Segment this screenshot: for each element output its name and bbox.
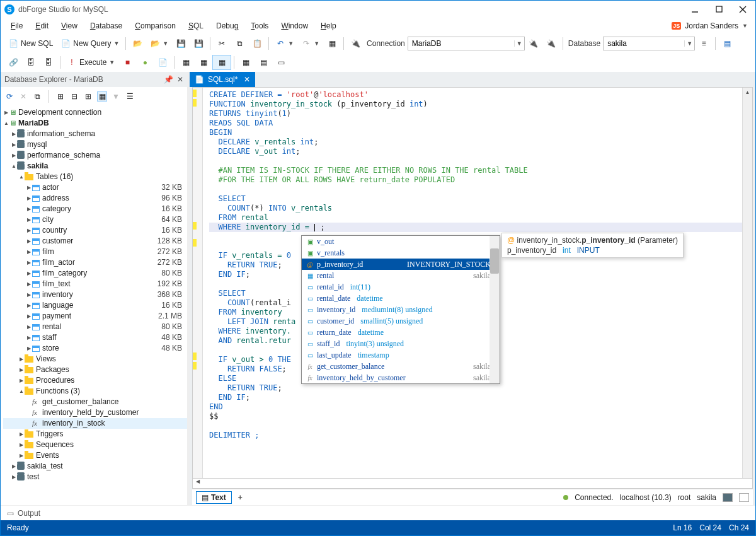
add-tab-button[interactable]: + [232,492,249,503]
tree-tool-1[interactable]: ⊞ [55,91,66,102]
menu-database[interactable]: Database [84,20,129,32]
tree-row[interactable]: ▶information_schema [3,129,187,139]
menu-edit[interactable]: Edit [29,20,55,32]
close-button[interactable] [734,3,752,16]
menu-tools[interactable]: Tools [244,20,275,32]
ac-item[interactable]: ▭last_updatetimestamp [302,349,500,361]
tool-i[interactable]: ▤ [255,55,272,70]
chevron-down-icon[interactable]: ▼ [684,40,694,47]
ac-item[interactable]: ▭customer_idsmallint(5) unsigned [302,315,500,327]
tree-tool-3[interactable]: ⊞ [83,91,93,102]
menu-comparison[interactable]: Comparison [129,20,182,32]
pin-icon[interactable]: 📌 [164,75,173,84]
connection-select[interactable]: ▼ [408,37,525,50]
pane-toggle-1[interactable] [723,493,733,502]
text-tab[interactable]: ▤Text [196,491,232,504]
tree-row[interactable]: ▶customer128 KB [3,236,187,247]
tool-d[interactable]: 📄 [154,55,171,70]
ac-item[interactable]: ▭rental_datedatetime [302,293,500,304]
user-account[interactable]: JS Jordan Sanders ▼ [668,20,752,32]
copy-button[interactable]: ⧉ [231,36,248,51]
ac-item[interactable]: fxinventory_held_by_customersakila [302,372,500,383]
tree-row[interactable]: ▶language16 KB [3,300,187,311]
save-button[interactable]: 💾 [172,36,190,51]
menu-view[interactable]: View [55,20,84,32]
tree-row[interactable]: ▲Tables (16) [3,172,187,182]
tree-row[interactable]: ▶Triggers [3,429,187,440]
expand-button[interactable]: ≡ [695,36,713,51]
tree-row[interactable]: ▲🖥MariaDB [3,118,187,129]
fold-column[interactable] [203,88,209,478]
filter-icon[interactable]: ▼ [111,91,121,102]
connection-icon-btn[interactable]: 🔌 [346,36,364,51]
db-tree[interactable]: ▶🖥Development connection▲🖥MariaDB▶inform… [1,106,187,505]
tree-row[interactable]: ▶country16 KB [3,225,187,236]
ac-item[interactable]: ▣v_out [302,236,500,247]
tree-row[interactable]: ▶category16 KB [3,204,187,214]
tree-row[interactable]: ▶performance_schema [3,150,187,161]
tool-btn-2[interactable]: 📂▼ [146,36,172,51]
toggle-panel-button[interactable]: ▤ [718,36,736,51]
tree-row[interactable]: ▶film_actor272 KB [3,257,187,268]
tree-row[interactable]: ▶staff48 KB [3,332,187,343]
tree-row[interactable]: ▶fxinventory_in_stock [3,418,187,429]
ac-item[interactable]: ▣v_rentals [302,247,500,259]
copy-icon[interactable]: ⧉ [32,91,42,102]
ac-item[interactable]: ▭return_datedatetime [302,327,500,338]
conn-tool-1[interactable]: 🔌 [525,36,542,51]
tool-j[interactable]: ▭ [272,55,290,70]
tree-row[interactable]: ▶sakila_test [3,461,187,472]
undo-button[interactable]: ↶▼ [272,36,297,51]
tree-row[interactable]: ▲sakila [3,161,187,172]
ac-item[interactable]: @p_inventory_idINVENTORY_IN_STOCK [302,259,500,270]
tool-e[interactable]: ▦ [177,55,195,70]
tree-tool-4[interactable]: ▦ [97,91,107,102]
tree-tool-2[interactable]: ⊟ [69,91,79,102]
tree-row[interactable]: ▶address96 KB [3,193,187,204]
tree-row[interactable]: ▶store48 KB [3,343,187,354]
ac-item[interactable]: fxget_customer_balancesakila [302,361,500,372]
tree-row[interactable]: ▶film272 KB [3,247,187,257]
tree-row[interactable]: ▶city64 KB [3,214,187,225]
tool-c[interactable]: 🗄 [40,55,57,70]
tree-row[interactable]: ▶film_category80 KB [3,268,187,279]
redo-button[interactable]: ↷▼ [297,36,323,51]
code-editor[interactable]: CREATE DEFINER = 'root'@'localhost' FUNC… [192,87,753,479]
ac-item[interactable]: ▭rental_idint(11) [302,281,500,293]
chevron-down-icon[interactable]: ▼ [514,40,524,47]
menu-debug[interactable]: Debug [210,20,244,32]
autocomplete-popup[interactable]: ▣v_out▣v_rentals@p_inventory_idINVENTORY… [301,235,500,384]
connection-input[interactable] [408,38,514,49]
database-input[interactable] [604,38,684,49]
tree-row[interactable]: ▶actor32 KB [3,182,187,193]
close-icon[interactable]: ✕ [177,75,183,84]
tool-f[interactable]: ▦ [195,55,212,70]
tool-h[interactable]: ▦ [237,55,255,70]
tree-row[interactable]: ▶Procedures [3,375,187,386]
tree-row[interactable]: ▶fxinventory_held_by_customer [3,407,187,418]
cut-button[interactable]: ✂ [213,36,231,51]
save-all-button[interactable]: 💾 [190,36,207,51]
tree-row[interactable]: ▶rental80 KB [3,322,187,332]
minimize-button[interactable] [686,3,704,16]
scroll-left-icon[interactable]: ◀ [193,479,203,488]
tab-sql[interactable]: 📄 SQL.sql* ✕ [190,72,255,87]
horizontal-scrollbar[interactable]: ◀ [192,479,753,489]
tree-tool-6[interactable]: ☰ [125,91,135,102]
database-select[interactable]: ▼ [603,37,695,50]
tool-btn-x[interactable]: ▦ [323,36,341,51]
tool-btn-1[interactable]: 📂 [129,36,146,51]
pane-toggle-2[interactable] [739,493,749,502]
menu-file[interactable]: File [4,20,29,32]
tree-row[interactable]: ▶film_text192 KB [3,279,187,289]
tree-row[interactable]: ▶Events [3,450,187,461]
step-button[interactable]: ● [136,55,154,70]
menu-sql[interactable]: SQL [182,20,210,32]
tree-row[interactable]: ▶Sequences [3,440,187,450]
maximize-button[interactable] [710,3,728,16]
tree-row[interactable]: ▶Packages [3,364,187,375]
ac-scrollbar[interactable] [490,236,500,383]
refresh-icon[interactable]: ⟳ [4,91,14,102]
tree-row[interactable]: ▶mysql [3,139,187,150]
tree-row[interactable]: ▶inventory368 KB [3,289,187,300]
